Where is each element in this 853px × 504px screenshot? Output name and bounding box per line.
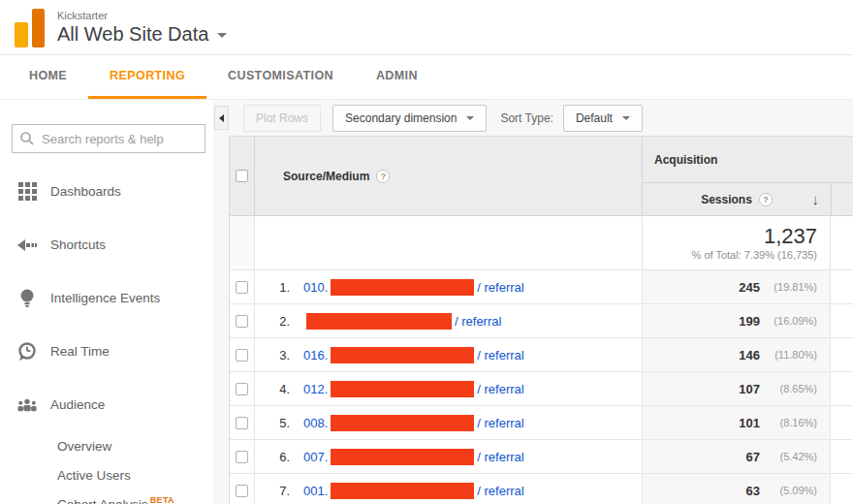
select-all-checkbox[interactable]	[236, 170, 248, 182]
sidebar-item-label: Audience	[50, 397, 105, 412]
sessions-value: 67	[746, 450, 760, 464]
sessions-value: 146	[739, 348, 760, 362]
table-row: 4. 012. / referral 107 (8.65%)	[230, 372, 853, 406]
source-medium-table: Source/Medium ? Acquisition Sessions ? ↓	[229, 136, 853, 504]
tab-reporting[interactable]: REPORTING	[88, 55, 206, 99]
table-row: 7. 001. / referral 63 (5.09%)	[230, 474, 853, 504]
tab-home[interactable]: HOME	[8, 55, 88, 99]
source-medium-link[interactable]: 016. / referral	[303, 347, 524, 363]
sessions-percent: (8.65%)	[767, 383, 817, 394]
row-checkbox[interactable]	[236, 417, 248, 429]
realtime-clock-icon	[17, 342, 37, 362]
acquisition-group-header: Acquisition	[643, 137, 853, 183]
sidebar-item-dashboards[interactable]: Dashboards	[0, 165, 213, 218]
tab-admin[interactable]: ADMIN	[355, 55, 439, 99]
app-header: Kickstarter All Web Site Data	[0, 0, 853, 55]
sessions-value: 107	[739, 382, 760, 396]
row-index: 5.	[263, 416, 290, 430]
table-row: 1. 010. / referral 245 (19.81%)	[230, 270, 853, 304]
sidebar-item-intelligence-events[interactable]: Intelligence Events	[0, 271, 213, 325]
sidebar-item-real-time[interactable]: Real Time	[0, 325, 213, 378]
source-medium-link[interactable]: / referral	[303, 313, 501, 330]
source-prefix: 001.	[303, 484, 328, 498]
shortcuts-icon	[17, 238, 37, 252]
table-toolbar: Plot Rows Secondary dimension Sort Type:…	[213, 100, 853, 136]
row-checkbox[interactable]	[236, 281, 248, 294]
table-row: 5. 008. / referral 101 (8.16%)	[230, 406, 853, 440]
sessions-percent: (11.80%)	[767, 349, 817, 361]
sessions-value: 101	[739, 416, 760, 430]
row-index: 2.	[263, 314, 290, 329]
row-index: 6.	[263, 450, 290, 464]
source-medium-link[interactable]: 008. / referral	[303, 415, 524, 431]
chevron-down-icon	[622, 116, 630, 120]
redaction-bar	[331, 347, 474, 363]
sessions-value: 199	[739, 314, 760, 329]
row-checkbox[interactable]	[236, 315, 248, 328]
source-medium-link[interactable]: 007. / referral	[303, 449, 524, 465]
source-prefix: 010.	[303, 280, 328, 295]
sidebar: Dashboards Shortcuts	[0, 100, 213, 504]
next-column-stub	[831, 183, 853, 215]
source-medium-link[interactable]: 010. / referral	[303, 279, 524, 296]
main-nav-tabs: HOME REPORTING CUSTOMISATION ADMIN	[0, 55, 853, 100]
source-suffix: / referral	[477, 348, 523, 362]
search-input[interactable]	[12, 124, 205, 153]
row-index: 4.	[263, 382, 290, 396]
sort-type-label: Sort Type:	[500, 111, 553, 125]
sessions-percent: (16.09%)	[767, 315, 817, 327]
row-index: 7.	[263, 484, 290, 498]
sidebar-item-shortcuts[interactable]: Shortcuts	[0, 218, 213, 271]
sessions-percent: (19.81%)	[767, 281, 817, 293]
row-checkbox[interactable]	[236, 485, 248, 497]
sidebar-subitem-overview[interactable]: Overview	[0, 431, 213, 460]
table-row: 2. / referral 199 (16.09%)	[230, 304, 853, 338]
chevron-down-icon	[466, 116, 474, 120]
redaction-bar	[331, 279, 474, 296]
sessions-total: 1,237	[764, 225, 817, 248]
redaction-bar	[306, 313, 452, 330]
source-prefix: 016.	[303, 348, 328, 362]
sidebar-item-label: Dashboards	[50, 184, 121, 199]
source-medium-link[interactable]: 012. / referral	[303, 381, 524, 397]
chevron-down-icon	[217, 33, 227, 38]
sidebar-item-audience[interactable]: Audience	[0, 378, 213, 431]
redaction-bar	[331, 381, 474, 397]
property-selector[interactable]: All Web Site Data	[57, 23, 227, 46]
help-icon[interactable]: ?	[759, 193, 773, 206]
tab-customisation[interactable]: CUSTOMISATION	[206, 55, 355, 99]
source-prefix: 008.	[303, 416, 328, 430]
sidebar-item-label: Real Time	[50, 344, 110, 359]
source-suffix: / referral	[477, 450, 523, 464]
row-checkbox[interactable]	[236, 451, 248, 463]
sessions-total-subtext: % of Total: 7.39% (16,735)	[692, 249, 817, 261]
source-prefix: 007.	[303, 450, 328, 464]
sessions-column-header[interactable]: Sessions ? ↓	[643, 183, 831, 215]
sessions-value: 63	[746, 484, 760, 498]
sort-type-dropdown[interactable]: Default	[563, 105, 643, 132]
sort-descending-icon[interactable]: ↓	[812, 191, 820, 207]
dashboards-icon	[17, 182, 37, 201]
sidebar-subitem-active-users[interactable]: Active Users	[0, 460, 213, 489]
plot-rows-button[interactable]: Plot Rows	[243, 105, 321, 132]
collapse-sidebar-button[interactable]	[214, 106, 229, 130]
dimension-column-header: Source/Medium	[283, 170, 369, 183]
beta-badge: BETA	[150, 495, 174, 504]
redaction-bar	[331, 415, 474, 431]
row-checkbox[interactable]	[236, 383, 248, 395]
table-row: 3. 016. / referral 146 (11.80%)	[230, 338, 853, 372]
sidebar-subitem-cohort-analysis[interactable]: Cohort AnalysisBETA	[0, 489, 213, 504]
source-suffix: / referral	[477, 280, 523, 295]
row-index: 1.	[263, 280, 290, 295]
secondary-dimension-dropdown[interactable]: Secondary dimension	[332, 105, 487, 132]
source-suffix: / referral	[477, 416, 523, 430]
row-index: 3.	[263, 348, 290, 362]
row-checkbox[interactable]	[236, 349, 248, 362]
sessions-percent: (8.16%)	[767, 417, 817, 428]
collapse-arrow-icon	[219, 114, 224, 122]
source-prefix: 012.	[303, 382, 328, 396]
help-icon[interactable]: ?	[376, 170, 390, 183]
redaction-bar	[331, 483, 474, 499]
analytics-logo-icon	[15, 9, 45, 47]
source-medium-link[interactable]: 001. / referral	[303, 483, 524, 499]
